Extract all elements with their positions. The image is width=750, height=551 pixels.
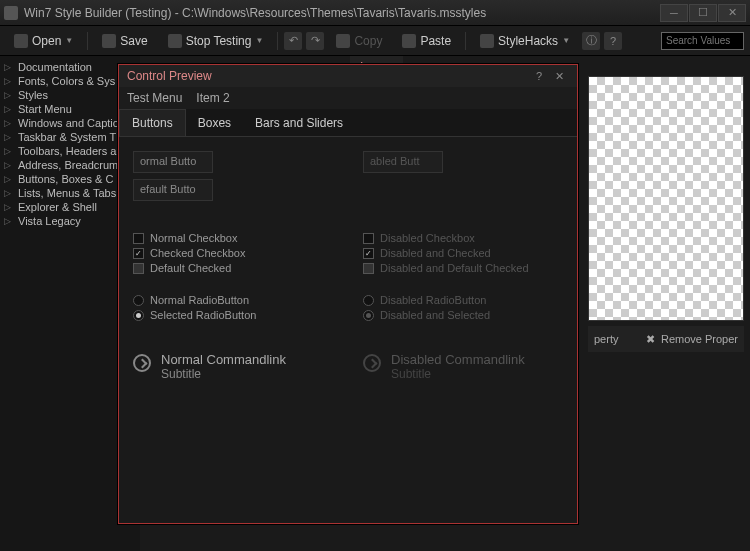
tree-label: Explorer & Shell [18, 201, 97, 213]
expand-icon: ▷ [4, 216, 14, 226]
stop-icon [168, 34, 182, 48]
stylehacks-button[interactable]: StyleHacks▼ [472, 31, 578, 51]
stop-testing-button[interactable]: Stop Testing▼ [160, 31, 272, 51]
dialog-menu: Test Menu Item 2 [119, 87, 577, 109]
save-button[interactable]: Save [94, 31, 155, 51]
menu-item2[interactable]: Item 2 [196, 91, 229, 105]
expand-icon: ▷ [4, 62, 14, 72]
dialog-titlebar[interactable]: Control Preview ? ✕ [119, 65, 577, 87]
add-property-button[interactable]: perty [588, 333, 640, 345]
radio-label: Selected RadioButton [150, 309, 256, 321]
chk-label: Disabled Checkbox [380, 232, 475, 244]
disabled-checked-checkbox: ✓Disabled and Checked [363, 247, 543, 259]
disabled-checkbox: Disabled Checkbox [363, 232, 543, 244]
window-title: Win7 Style Builder (Testing) - C:\Window… [24, 6, 660, 20]
normal-radio[interactable]: Normal RadioButton [133, 294, 313, 306]
image-preview [588, 76, 744, 321]
tree-label: Buttons, Boxes & C [18, 173, 113, 185]
checked-checkbox[interactable]: ✓Checked Checkbox [133, 247, 313, 259]
dropdown-icon: ▼ [562, 36, 570, 45]
dialog-title-text: Control Preview [127, 69, 212, 83]
expand-icon: ▷ [4, 118, 14, 128]
remove-property-button[interactable]: ✖Remove Proper [640, 333, 744, 345]
expand-icon: ▷ [4, 202, 14, 212]
separator [465, 32, 466, 50]
expand-icon: ▷ [4, 90, 14, 100]
cmdlink-title: Disabled Commandlink [391, 352, 525, 367]
radio-label: Normal RadioButton [150, 294, 249, 306]
expand-icon: ▷ [4, 76, 14, 86]
radio-icon [133, 295, 144, 306]
arrow-icon [133, 354, 151, 372]
disabled-button: abled Butt [363, 151, 443, 173]
minimize-button[interactable]: ─ [660, 4, 688, 22]
tree-label: Styles [18, 89, 48, 101]
dropdown-icon: ▼ [255, 36, 263, 45]
checkbox-icon [133, 263, 144, 274]
tab-bars[interactable]: Bars and Sliders [243, 110, 355, 136]
radio-label: Disabled RadioButton [380, 294, 486, 306]
tree-label: Toolbars, Headers a [18, 145, 116, 157]
stop-testing-label: Stop Testing [186, 34, 252, 48]
search-input[interactable] [661, 32, 744, 50]
cmdlink-subtitle: Subtitle [161, 367, 286, 381]
app-icon [4, 6, 18, 20]
chk-label: Checked Checkbox [150, 247, 245, 259]
radio-label: Disabled and Selected [380, 309, 490, 321]
tab-buttons[interactable]: Buttons [119, 109, 186, 136]
paste-label: Paste [420, 34, 451, 48]
separator [277, 32, 278, 50]
tree-label: Windows and Captio [18, 117, 119, 129]
window-buttons: ─ ☐ ✕ [660, 4, 746, 22]
tree-label: Taskbar & System T [18, 131, 116, 143]
expand-icon: ▷ [4, 146, 14, 156]
info-button[interactable]: ⓘ [582, 32, 600, 50]
dialog-tabs: Buttons Boxes Bars and Sliders [119, 109, 577, 137]
expand-icon: ▷ [4, 104, 14, 114]
checkbox-icon [363, 233, 374, 244]
normal-checkbox[interactable]: Normal Checkbox [133, 232, 313, 244]
undo-button[interactable]: ↶ [284, 32, 302, 50]
close-button[interactable]: ✕ [718, 4, 746, 22]
selected-radio[interactable]: Selected RadioButton [133, 309, 313, 321]
dialog-close-button[interactable]: ✕ [549, 70, 569, 83]
control-preview-dialog: Control Preview ? ✕ Test Menu Item 2 But… [118, 64, 578, 524]
copy-label: Copy [354, 34, 382, 48]
expand-icon: ▷ [4, 174, 14, 184]
disabled-selected-radio: Disabled and Selected [363, 309, 543, 321]
menu-test[interactable]: Test Menu [127, 91, 182, 105]
stylehacks-label: StyleHacks [498, 34, 558, 48]
expand-icon: ▷ [4, 132, 14, 142]
tree-label: Documentation [18, 61, 92, 73]
expand-icon: ▷ [4, 188, 14, 198]
normal-commandlink[interactable]: Normal Commandlink Subtitle [133, 352, 313, 381]
open-button[interactable]: Open▼ [6, 31, 81, 51]
default-checkbox[interactable]: Default Checked [133, 262, 313, 274]
maximize-button[interactable]: ☐ [689, 4, 717, 22]
chk-label: Disabled and Default Checked [380, 262, 529, 274]
prop-label: Remove Proper [661, 333, 738, 345]
tab-boxes[interactable]: Boxes [186, 110, 243, 136]
separator [87, 32, 88, 50]
redo-button[interactable]: ↷ [306, 32, 324, 50]
default-button[interactable]: efault Butto [133, 179, 213, 201]
tree-label: Fonts, Colors & Sys [18, 75, 115, 87]
disabled-default-checkbox: Disabled and Default Checked [363, 262, 543, 274]
checkbox-icon: ✓ [133, 248, 144, 259]
paste-button[interactable]: Paste [394, 31, 459, 51]
open-label: Open [32, 34, 61, 48]
help-button[interactable]: ? [604, 32, 622, 50]
arrow-icon [363, 354, 381, 372]
property-row: perty ✖Remove Proper [588, 326, 744, 352]
stylehacks-icon [480, 34, 494, 48]
radio-icon [363, 295, 374, 306]
copy-button[interactable]: Copy [328, 31, 390, 51]
save-label: Save [120, 34, 147, 48]
radio-icon [363, 310, 374, 321]
normal-button[interactable]: ormal Butto [133, 151, 213, 173]
checkbox-icon [363, 263, 374, 274]
titlebar: Win7 Style Builder (Testing) - C:\Window… [0, 0, 750, 26]
toolbar: Open▼ Save Stop Testing▼ ↶ ↷ Copy Paste … [0, 26, 750, 56]
dialog-help-button[interactable]: ? [529, 70, 549, 82]
chk-label: Normal Checkbox [150, 232, 237, 244]
